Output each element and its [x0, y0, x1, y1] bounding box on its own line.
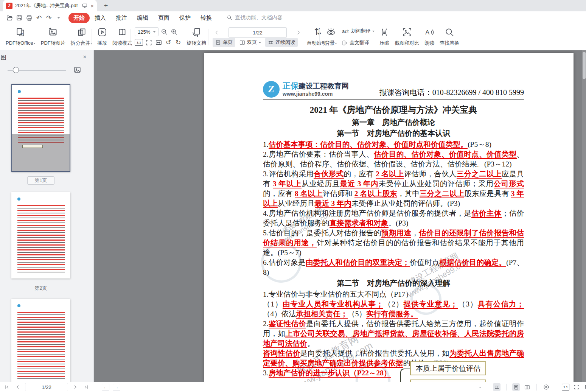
menu-convert[interactable]: 转换	[196, 13, 217, 23]
thumbnail-page-2[interactable]	[11, 192, 70, 278]
pdf-to-image-icon	[48, 27, 58, 37]
first-page-icon[interactable]	[3, 383, 11, 391]
undo-icon[interactable]: ↶	[34, 13, 44, 23]
menu-home[interactable]: 开始	[68, 13, 90, 23]
redo-icon[interactable]: ↷	[44, 13, 54, 23]
divider	[319, 29, 320, 45]
doc-text: 的，应有	[344, 170, 376, 178]
doc-paragraph: 2.鉴证性估价是向委托人提供，估价报告供委托人给第三方使用，起价值证明作用，如上…	[263, 319, 524, 348]
doc-paragraph: 5.估价目的，是委托人对估价报告的预期用途，估价目的还限制了估价报告和估价结果的…	[263, 228, 524, 258]
save-icon[interactable]	[14, 13, 24, 23]
projector-icon[interactable]	[82, 3, 88, 9]
open-file-icon[interactable]	[5, 13, 14, 23]
next-page-icon[interactable]	[72, 383, 79, 391]
brand-name-cn: 正保	[283, 81, 298, 90]
thumbnail-size-icon[interactable]	[73, 66, 81, 74]
menu-protect[interactable]: 保护	[174, 13, 196, 23]
read-aloud-button[interactable]: A 朗读	[422, 24, 437, 50]
new-tab-button[interactable]: +	[101, 1, 110, 10]
continuous-read-toggle[interactable]	[493, 383, 501, 391]
play-icon[interactable]	[542, 383, 550, 391]
search-icon	[227, 15, 233, 21]
play-button[interactable]: 播放	[95, 24, 110, 50]
thumb-logo-dot	[18, 90, 21, 93]
page-number-input[interactable]	[228, 27, 287, 38]
vertical-scrollbar[interactable]	[582, 50, 586, 382]
doc-text: 1.专业估价与非专业估价的五大不同点（P17）	[263, 290, 413, 298]
rotate-document-icon	[191, 27, 201, 37]
fit-page-icon[interactable]	[573, 383, 580, 391]
pdf-page-1[interactable]: 建设工程教育网www.jianshe99.com 建设工程教育网www.jian…	[204, 53, 574, 382]
doc-text: 价值时点	[410, 258, 440, 266]
fit-page-icon[interactable]	[145, 38, 153, 47]
thumbnail-page-3[interactable]	[11, 299, 70, 382]
doc-text-highlight: 3 年以上	[273, 180, 302, 188]
double-page-toggle[interactable]	[523, 383, 531, 391]
split-merge-button[interactable]: 拆分合并	[68, 24, 95, 50]
actual-size-icon[interactable]: 1:1	[562, 383, 569, 391]
tab-close-icon[interactable]: ×	[90, 3, 94, 9]
scrollbar-thumb[interactable]	[583, 52, 586, 79]
slider-handle[interactable]	[13, 67, 19, 73]
single-page-toggle[interactable]: 单页	[213, 38, 235, 47]
document-tab[interactable]: 2 2021年《房地...冲关宝典.pdf ×	[3, 0, 97, 11]
customize-toolbar-chevron-icon[interactable]	[54, 13, 64, 23]
thumb-offscreen-overlay	[12, 134, 70, 171]
chevron-down-icon	[153, 31, 155, 34]
fit-width-icon[interactable]	[584, 383, 586, 391]
rotate-right-icon[interactable]: ↻	[174, 38, 182, 47]
read-mode-button[interactable]: 阅读模式	[110, 24, 135, 50]
thumbnail-page-1[interactable]	[11, 84, 70, 172]
doc-text: 从业经历且	[302, 180, 340, 188]
full-translate-button[interactable]: 全文翻译	[342, 39, 375, 46]
word-translate-button[interactable]: a⇄ 划词翻译	[342, 28, 375, 34]
single-page-toggle[interactable]	[512, 383, 520, 391]
doc-text: 3.	[263, 369, 269, 377]
rotate-document-button[interactable]: 旋转文档	[184, 24, 209, 50]
doc-text: ，	[411, 229, 419, 237]
prev-page-icon[interactable]	[14, 383, 22, 391]
last-page-icon[interactable]	[82, 383, 90, 391]
pdf-to-office-button[interactable]: W PDF转Office	[3, 24, 38, 50]
background-button[interactable]: 背景	[322, 24, 340, 50]
zoom-in-icon[interactable]	[170, 28, 178, 36]
prev-page-icon[interactable]	[213, 28, 221, 37]
view-forward-button[interactable]: →	[113, 384, 120, 390]
next-page-icon[interactable]	[294, 28, 303, 37]
search-input[interactable]: 查找功能、文档内容	[227, 14, 283, 21]
zoom-level-select[interactable]: 125%	[135, 27, 159, 36]
continuous-read-toggle[interactable]: 连续阅读	[265, 38, 298, 47]
view-back-button[interactable]: ←	[102, 384, 109, 390]
document-canvas[interactable]: 建设工程教育网www.jianshe99.com 建设工程教育网www.jian…	[94, 50, 586, 382]
statusbar-page-input[interactable]	[25, 383, 68, 391]
fit-width-icon[interactable]	[154, 38, 163, 47]
doc-text: 未受停止从业处罚的评估师；采用	[379, 180, 494, 188]
section2-heading: 第二节 对房地产估价的深入理解	[263, 278, 524, 288]
doc-text: 5.估价目的，是委托人对估价报告的	[263, 229, 381, 237]
menu-annotate[interactable]: 批注	[111, 13, 132, 23]
compress-button[interactable]: 压缩	[377, 24, 392, 50]
svg-text:A: A	[425, 29, 429, 36]
print-icon[interactable]	[24, 13, 34, 23]
menu-edit[interactable]: 编辑	[132, 13, 153, 23]
pdf-to-image-button[interactable]: PDF转图片	[38, 24, 68, 50]
chevron-down-icon[interactable]	[479, 387, 481, 389]
doc-text: （4）依法	[263, 310, 296, 318]
doc-text-highlight: 由委托人和估价目的双重决定；	[306, 258, 410, 267]
panel-title: 缩略图	[0, 54, 6, 61]
screenshot-compare-button[interactable]: 截图和对比	[392, 24, 422, 50]
chapter-heading: 第一章 房地产估价概论	[263, 117, 524, 128]
find-replace-button[interactable]: 查找替换	[437, 24, 462, 50]
divider	[96, 384, 96, 390]
ribbon-toolbar: W PDF转Office PDF转图片 拆分合并 播放 阅读模式	[0, 24, 586, 50]
actual-size-icon[interactable]: 1:1	[135, 38, 143, 47]
rotate-left-icon[interactable]: ↺	[164, 38, 173, 47]
screenshot-icon	[402, 27, 412, 37]
menu-insert[interactable]: 插入	[90, 13, 111, 23]
zoom-out-icon[interactable]	[160, 28, 168, 36]
menu-page[interactable]: 页面	[153, 13, 174, 23]
auto-scroll-icon: ⇅	[314, 27, 322, 36]
double-page-toggle[interactable]: 双页	[237, 38, 264, 47]
doc-text: 2.	[263, 320, 269, 328]
panel-close-icon[interactable]: ×	[83, 53, 87, 61]
